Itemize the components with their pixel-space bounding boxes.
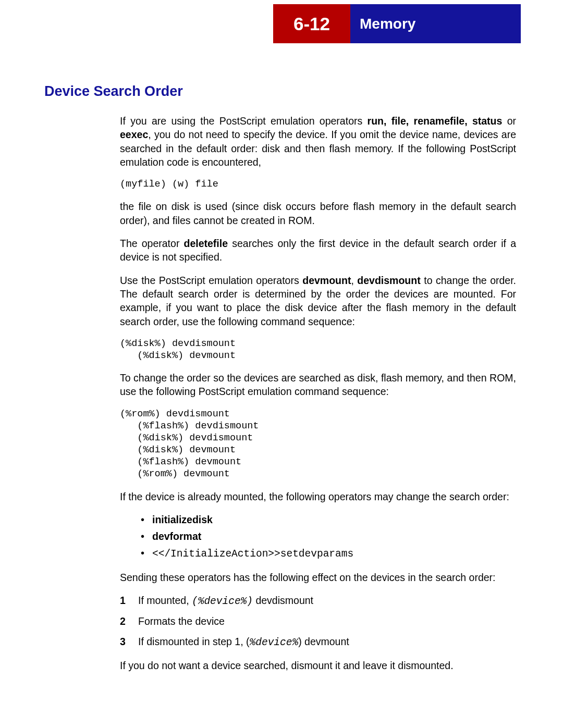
paragraph-1: If you are using the PostScript emulatio…: [120, 114, 516, 169]
page: 6-12 Memory Device Search Order If you a…: [0, 0, 563, 728]
paragraph-4: Use the PostScript emulation operators d…: [120, 274, 516, 328]
content-area: Device Search Order If you are using the…: [44, 83, 519, 682]
paragraph-6: If the device is already mounted, the fo…: [120, 490, 516, 503]
paragraph-7: Sending these operators has the followin…: [120, 571, 516, 584]
code-block-3: (%rom%) devdismount (%flash%) devdismoun…: [120, 408, 516, 480]
bold-eexec: eexec: [120, 129, 148, 140]
bold-devdismount: devdismount: [357, 275, 420, 286]
bold-operators: run, file, renamefile, status: [368, 115, 503, 127]
bullet-setdevparams: <</InitializeAction>>setdevparams: [141, 546, 516, 561]
paragraph-5: To change the order so the devices are s…: [120, 371, 516, 399]
header-tabs: 6-12 Memory: [0, 4, 563, 43]
code-device-1: (%device%): [192, 596, 253, 607]
code-block-2: (%disk%) devdismount (%disk%) devmount: [120, 338, 516, 362]
code-block-1: (myfile) (w) file: [120, 178, 516, 190]
page-number-tab: 6-12: [273, 4, 350, 43]
paragraph-3: The operator deletefile searches only th…: [120, 237, 516, 264]
bullet-initializedisk: initializedisk: [141, 513, 516, 526]
chapter-title-tab: Memory: [350, 4, 521, 43]
bullet-list: initializedisk devformat <</InitializeAc…: [120, 513, 516, 561]
step-1: If mounted, (%device%) devdismount: [120, 594, 516, 608]
section-title: Device Search Order: [44, 83, 519, 100]
chapter-title: Memory: [360, 16, 415, 32]
paragraph-2: the file on disk is used (since disk occ…: [120, 200, 516, 227]
bold-devmount: devmount: [302, 275, 351, 286]
ordered-steps: If mounted, (%device%) devdismount Forma…: [120, 594, 516, 649]
page-number: 6-12: [293, 14, 330, 34]
body-text: If you are using the PostScript emulatio…: [120, 114, 516, 672]
bold-deletefile: deletefile: [184, 238, 228, 249]
bullet-devformat: devformat: [141, 529, 516, 543]
step-2: Formats the device: [120, 614, 516, 628]
code-device-2: %device%: [250, 637, 299, 648]
paragraph-8: If you do not want a device searched, di…: [120, 659, 516, 672]
step-3: If dismounted in step 1, (%device%) devm…: [120, 635, 516, 649]
